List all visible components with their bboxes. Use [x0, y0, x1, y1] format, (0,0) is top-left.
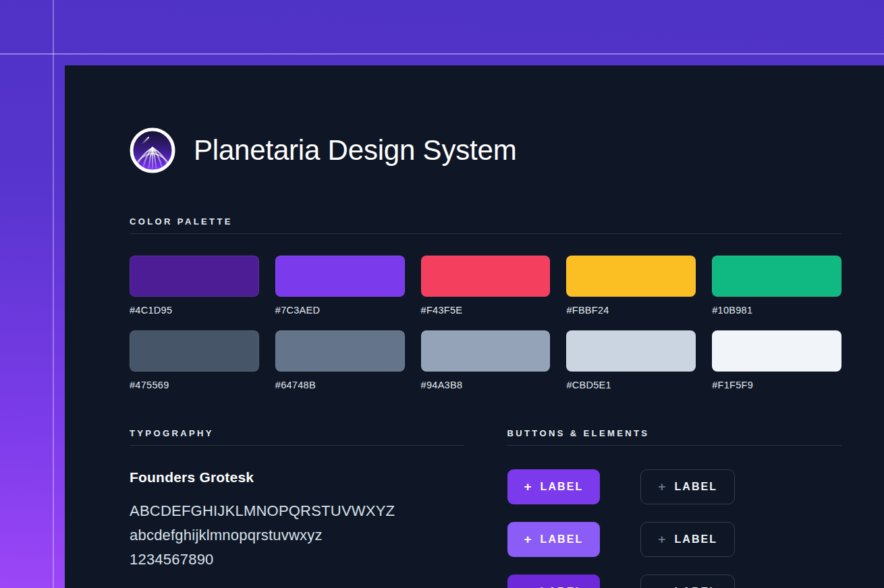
swatch-cell: #CBD5E1: [566, 330, 696, 390]
panel-content: Planetaria Design System COLOR PALETTE #…: [130, 127, 841, 588]
swatch-hex-label: #10B981: [712, 305, 841, 316]
backdrop-grid-line-horizontal: [0, 53, 884, 55]
filled-label-button-active[interactable]: + LABEL: [507, 575, 601, 588]
color-swatch: [275, 256, 405, 297]
swatch-hex-label: #CBD5E1: [566, 380, 696, 390]
swatch-cell: #7C3AED: [275, 256, 405, 316]
plus-icon: +: [524, 585, 532, 588]
button-label: LABEL: [674, 481, 717, 493]
swatch-cell: #64748B: [275, 330, 405, 390]
button-label: LABEL: [674, 533, 717, 546]
section-divider: [130, 445, 464, 446]
swatch-hex-label: #FBBF24: [566, 305, 696, 316]
planetaria-logo-icon: [130, 127, 175, 173]
button-row: + LABEL + LABEL: [507, 522, 842, 557]
color-swatch: [566, 330, 696, 372]
type-samples: ABCDEFGHIJKLMNOPQRSTUVWXYZ abcdefghijklm…: [130, 499, 464, 572]
swatch-hex-label: #94A3B8: [421, 380, 551, 390]
button-row: + LABEL + LABEL: [507, 575, 842, 588]
swatch-hex-label: #475569: [130, 380, 259, 390]
color-swatch: [566, 256, 696, 297]
font-name: Founders Grotesk: [130, 469, 464, 486]
button-label: LABEL: [541, 533, 584, 546]
swatch-cell: #94A3B8: [421, 330, 551, 390]
outline-label-button[interactable]: + LABEL: [640, 469, 735, 504]
swatch-grid: #4C1D95 #7C3AED #F43F5E #FBBF24 #10B981: [130, 256, 841, 390]
page-title: Planetaria Design System: [194, 134, 516, 167]
outline-label-button[interactable]: + LABEL: [640, 575, 735, 588]
page-background: { "brand": { "title": "Planetaria Design…: [0, 0, 884, 588]
color-palette-section: COLOR PALETTE #4C1D95 #7C3AED #F43F5E #: [130, 216, 841, 390]
color-swatch: [712, 256, 841, 297]
swatch-cell: #10B981: [712, 256, 841, 316]
uppercase-sample: ABCDEFGHIJKLMNOPQRSTUVWXYZ: [130, 499, 464, 523]
swatch-hex-label: #F43F5E: [421, 305, 551, 316]
swatch-cell: #F43F5E: [421, 256, 551, 316]
button-row: + LABEL + LABEL: [507, 469, 842, 504]
digits-sample: 1234567890: [130, 548, 464, 572]
design-system-panel: Planetaria Design System COLOR PALETTE #…: [65, 65, 884, 588]
swatch-cell: #475569: [130, 330, 259, 390]
filled-label-button-hover[interactable]: + LABEL: [507, 522, 601, 557]
button-rows: + LABEL + LABEL + LABEL: [507, 469, 842, 588]
backdrop-grid-line-vertical: [53, 0, 54, 588]
plus-icon: +: [524, 480, 532, 493]
swatch-hex-label: #4C1D95: [130, 305, 259, 316]
plus-icon: +: [658, 480, 665, 493]
swatch-hex-label: #64748B: [275, 380, 405, 390]
swatch-hex-label: #F1F5F9: [712, 380, 841, 390]
button-label: LABEL: [541, 481, 584, 493]
section-divider: [130, 233, 841, 234]
color-swatch: [712, 330, 841, 372]
typography-section: TYPOGRAPHY Founders Grotesk ABCDEFGHIJKL…: [130, 428, 464, 588]
section-divider: [507, 445, 842, 446]
lowercase-sample: abcdefghijklmnopqrstuvwxyz: [130, 523, 464, 548]
color-palette-heading: COLOR PALETTE: [130, 216, 841, 227]
color-swatch: [421, 330, 551, 372]
color-swatch: [130, 256, 259, 297]
brand-row: Planetaria Design System: [130, 127, 841, 173]
typography-heading: TYPOGRAPHY: [130, 428, 464, 438]
type-specimen: Founders Grotesk ABCDEFGHIJKLMNOPQRSTUVW…: [130, 469, 464, 572]
swatch-cell: #FBBF24: [566, 256, 696, 316]
color-swatch: [275, 330, 405, 372]
color-swatch: [130, 330, 259, 372]
plus-icon: +: [658, 585, 665, 588]
plus-icon: +: [658, 533, 665, 546]
outline-label-button[interactable]: + LABEL: [640, 522, 735, 557]
buttons-section: BUTTONS & ELEMENTS + LABEL + LABEL: [507, 428, 842, 588]
lower-sections: TYPOGRAPHY Founders Grotesk ABCDEFGHIJKL…: [130, 428, 841, 588]
buttons-heading: BUTTONS & ELEMENTS: [507, 428, 842, 438]
swatch-hex-label: #7C3AED: [275, 305, 405, 316]
swatch-cell: #4C1D95: [130, 256, 259, 316]
color-swatch: [421, 256, 551, 297]
filled-label-button[interactable]: + LABEL: [507, 469, 601, 504]
swatch-cell: #F1F5F9: [712, 330, 841, 390]
plus-icon: +: [524, 533, 532, 546]
